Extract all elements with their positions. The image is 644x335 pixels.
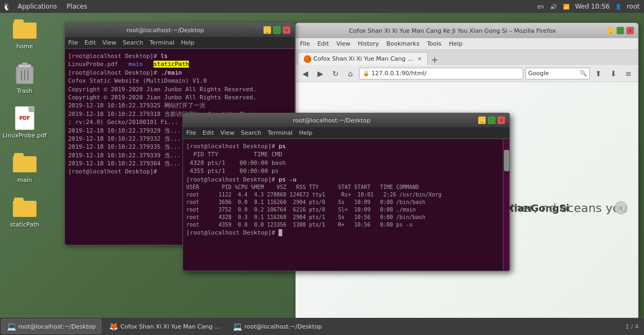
desktop: 🐧 Applications Places en 🔊 📶 Wed 10:56 👤… xyxy=(0,0,644,335)
t2-line-10: root 4328 0.3 0.1 116260 2904 pts/1 Ss 1… xyxy=(186,214,500,221)
terminal1-menubar: File Edit View Search Terminal Help xyxy=(65,37,295,49)
ff-menu-history[interactable]: History xyxy=(358,40,379,47)
trash-icon-label: Trash xyxy=(17,88,32,94)
places-menu[interactable]: Places xyxy=(62,2,91,11)
terminal2-maximize-btn[interactable]: □ xyxy=(488,116,495,124)
firefox-close-btn[interactable]: × xyxy=(626,27,634,34)
terminal1-menu-file[interactable]: File xyxy=(68,39,78,46)
desktop-icon-trash[interactable]: Trash xyxy=(5,61,44,94)
ff-nav-arrow-down[interactable]: ⬇ xyxy=(607,67,620,80)
ff-menu-help[interactable]: Help xyxy=(449,40,463,47)
ff-address-bar[interactable]: 🔒 127.0.0.1:90/html/ xyxy=(359,68,523,79)
ff-menu-edit[interactable]: Edit xyxy=(317,40,328,47)
terminal2-menu-search[interactable]: Search xyxy=(241,129,261,136)
ff-menu-tools[interactable]: Tools xyxy=(427,40,441,47)
terminal2-body: [root@localhost Desktop]# ps PID TTY TIM… xyxy=(183,139,509,271)
staticpath-folder-icon xyxy=(12,194,38,220)
terminal1-menu-view[interactable]: View xyxy=(103,39,116,46)
terminal2-scroll-thumb[interactable] xyxy=(504,150,509,171)
taskbar-terminal2-label: root@localhost:~/Desktop xyxy=(244,323,321,330)
terminal2-menu-help[interactable]: Help xyxy=(299,129,312,136)
datetime-display: Wed 10:56 xyxy=(575,3,610,10)
terminal1-menu-terminal[interactable]: Terminal xyxy=(150,39,175,46)
user-label: root xyxy=(627,3,640,10)
ff-address-text: 127.0.0.1:90/html/ xyxy=(371,70,427,77)
terminal1-menu-help[interactable]: Help xyxy=(181,39,194,46)
taskbar-firefox-icon: 🦊 xyxy=(109,322,118,331)
t2-line-4: 4355 pts/1 00:00:00 ps xyxy=(186,167,500,175)
firefox-minimize-btn[interactable]: _ xyxy=(607,27,614,34)
t2-line-6: USER PID %CPU %MEM VSZ RSS TTY STAT STAR… xyxy=(186,184,500,191)
terminal1-line-1: [root@localhost Desktop]# ls xyxy=(68,52,291,60)
volume-icon[interactable]: 🔊 xyxy=(549,2,558,11)
t2-line-9: root 3752 0.0 0.2 106764 6216 pts/0 Sl+ … xyxy=(186,206,500,214)
distro-icon: 🐧 xyxy=(2,2,11,11)
firefox-tab-close[interactable]: ✕ xyxy=(418,56,422,62)
terminal1-line-3: [root@localhost Desktop]# ./main xyxy=(68,69,291,77)
terminal2-menu-edit[interactable]: Edit xyxy=(202,129,214,136)
terminal2-close-btn[interactable]: × xyxy=(497,116,505,124)
desktop-icon-main[interactable]: main xyxy=(5,150,44,184)
ff-search-label: Google xyxy=(528,70,549,77)
terminal1-close-btn[interactable]: × xyxy=(283,26,290,34)
home-folder-icon xyxy=(12,16,38,42)
t2-line-2: PID TTY TIME CMD xyxy=(186,150,500,158)
ff-search-bar[interactable]: Google 🔍 xyxy=(525,68,590,79)
firefox-new-tab-btn[interactable]: + xyxy=(428,55,441,65)
terminal1-line-7: 2019-12-18 10:10:22.379325 网站打开了一次 xyxy=(68,101,291,110)
terminal2-minimize-btn[interactable]: _ xyxy=(478,116,486,124)
svg-rect-2 xyxy=(22,63,27,65)
t2-line-8: root 3696 0.0 0.1 116260 2904 pts/0 Ss 1… xyxy=(186,199,500,206)
terminal1-maximize-btn[interactable]: □ xyxy=(273,26,281,34)
terminal1-line-5: Copyright © 2019-2020 Jian Junbo All Rig… xyxy=(68,85,291,93)
terminal2-menu-view[interactable]: View xyxy=(221,129,235,136)
terminal1-minimize-btn[interactable]: _ xyxy=(264,26,271,34)
firefox-tab-1[interactable]: Cofox Shan Xi Xi Yue Man Cang ... ✕ xyxy=(298,52,428,65)
terminal2-scrollbar[interactable] xyxy=(503,139,509,271)
ff-menu-bookmarks[interactable]: Bookmarks xyxy=(386,40,419,47)
desktop-icons-container: home Trash PDF Lin xyxy=(5,16,44,228)
taskbar-item-terminal1[interactable]: 💻 root@localhost:~/Desktop xyxy=(1,319,101,334)
ff-reload-btn[interactable]: ↻ xyxy=(329,67,342,80)
terminal1-menu-edit[interactable]: Edit xyxy=(84,39,96,46)
desktop-icon-linuxprobe[interactable]: PDF LinuxProbe.pdf xyxy=(5,105,44,139)
ff-home-btn[interactable]: ⌂ xyxy=(344,67,357,80)
taskbar-terminal1-icon: 💻 xyxy=(7,322,16,331)
t2-line-1: [root@localhost Desktop]# ps xyxy=(186,142,500,150)
terminal2-menu-file[interactable]: File xyxy=(186,129,196,136)
ff-menu-file[interactable]: File xyxy=(300,40,310,47)
ff-menu-view[interactable]: View xyxy=(336,40,350,47)
taskbar-item-firefox[interactable]: 🦊 Cofox Shan Xi Xi Yue Man Cang ... xyxy=(104,319,225,334)
firefox-tabs: Cofox Shan Xi Xi Yue Man Cang ... ✕ + xyxy=(296,50,638,65)
terminal1-menu-search[interactable]: Search xyxy=(123,39,143,46)
t2-line-12: [root@localhost Desktop]# xyxy=(186,229,500,237)
ff-search-icon[interactable]: 🔍 xyxy=(580,70,587,77)
terminal2-menubar: File Edit View Search Terminal Help xyxy=(183,127,509,139)
terminal2-menu-terminal[interactable]: Terminal xyxy=(268,129,293,136)
ff-forward-btn[interactable]: ▶ xyxy=(314,67,327,80)
terminal2-title: root@localhost:~/Desktop xyxy=(187,117,476,124)
ff-menu-btn[interactable]: ≡ xyxy=(622,67,635,80)
applications-menu[interactable]: Applications xyxy=(13,2,61,11)
desktop-icon-home[interactable]: home xyxy=(5,16,44,50)
ff-scroll-right-btn[interactable]: › xyxy=(614,201,627,214)
linuxprobe-icon-label: LinuxProbe.pdf xyxy=(3,132,47,139)
new-tab-icon[interactable]: + xyxy=(431,55,438,65)
firefox-title: Cofox Shan Xi Xi Yue Man Cang Ke Ji You … xyxy=(300,27,605,34)
terminal2-content[interactable]: [root@localhost Desktop]# ps PID TTY TIM… xyxy=(183,139,503,271)
pdf-icon: PDF xyxy=(12,105,38,131)
desktop-icon-staticpath[interactable]: staticPath xyxy=(5,194,44,228)
staticpath-icon-label: staticPath xyxy=(10,221,39,228)
user-icon: 👤 xyxy=(614,2,623,11)
t2-line-7: root 1122 4.4 4.3 278868 124672 tty1 Rs+… xyxy=(186,191,500,199)
taskbar-terminal1-label: root@localhost:~/Desktop xyxy=(18,323,96,330)
terminal1-title: root@localhost:~/Desktop xyxy=(69,27,261,34)
taskbar-terminal2-icon: 💻 xyxy=(233,322,241,331)
taskbar-top: 🐧 Applications Places en 🔊 📶 Wed 10:56 👤… xyxy=(0,0,644,13)
ff-back-btn[interactable]: ◀ xyxy=(299,67,312,80)
taskbar-top-left: 🐧 Applications Places xyxy=(0,2,91,11)
firefox-maximize-btn[interactable]: □ xyxy=(617,27,624,34)
terminal-window-2: root@localhost:~/Desktop _ □ × File Edit… xyxy=(182,113,510,271)
taskbar-item-terminal2[interactable]: 💻 root@localhost:~/Desktop xyxy=(228,319,327,334)
ff-nav-arrow-up[interactable]: ⬆ xyxy=(592,67,605,80)
